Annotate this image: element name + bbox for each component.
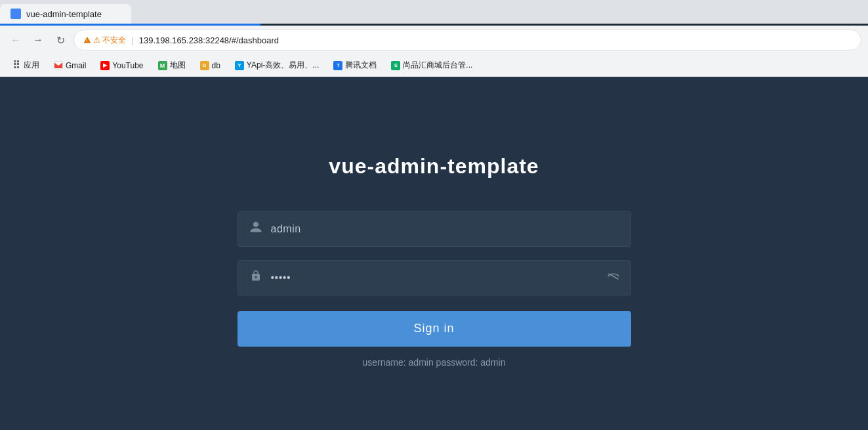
back-button[interactable]: ← — [7, 31, 25, 49]
bookmark-db[interactable]: D db — [195, 59, 226, 72]
tencent-icon: T — [333, 61, 342, 70]
bookmark-tencent[interactable]: T 腾讯文档 — [328, 58, 382, 73]
apps-icon: ⠿ — [12, 61, 21, 70]
app-body: vue-admin-template — [0, 77, 868, 430]
bookmark-youtube[interactable]: ▶ YouTube — [95, 59, 148, 72]
toggle-password-icon[interactable] — [607, 272, 620, 284]
bookmark-yapi[interactable]: Y YApi-高效、易用、... — [230, 58, 324, 73]
db-icon: D — [200, 61, 209, 70]
security-label: ⚠ 不安全 — [93, 35, 126, 46]
maps-icon: M — [158, 61, 167, 70]
sign-in-button[interactable]: Sign in — [238, 311, 631, 347]
bookmark-youtube-label: YouTube — [112, 61, 143, 70]
password-input[interactable] — [271, 272, 599, 284]
tab-title: vue-admin-template — [26, 9, 102, 19]
bookmark-gmail-label: Gmail — [66, 61, 86, 70]
url-text: 139.198.165.238:32248/#/dashboard — [139, 35, 279, 45]
address-separator: | — [131, 35, 133, 45]
bookmark-tencent-label: 腾讯文档 — [345, 60, 377, 71]
login-form: Sign in — [238, 211, 631, 347]
tab-bar: vue-admin-template — [0, 0, 868, 24]
refresh-button[interactable]: ↻ — [51, 31, 70, 49]
app-title: vue-admin-template — [329, 154, 539, 179]
yapi-icon: Y — [235, 61, 244, 70]
gmail-icon — [54, 61, 63, 70]
tab-favicon — [10, 9, 21, 19]
bookmark-shangpin[interactable]: S 尚品汇商城后台管... — [386, 58, 478, 73]
address-bar[interactable]: ⚠ 不安全 | 139.198.165.238:32248/#/dashboar… — [73, 30, 861, 51]
security-warning: ⚠ 不安全 — [83, 35, 126, 46]
bookmark-yapi-label: YApi-高效、易用、... — [247, 60, 319, 71]
bookmark-maps[interactable]: M 地图 — [153, 58, 191, 73]
bookmarks-bar: ⠿ 应用 Gmail ▶ YouTube M 地图 D db Y YApi-高效… — [0, 54, 868, 77]
bookmark-gmail[interactable]: Gmail — [49, 59, 91, 72]
active-tab[interactable]: vue-admin-template — [0, 4, 131, 24]
login-container: vue-admin-template — [238, 154, 631, 368]
hint-text: username: admin password: admin — [363, 357, 506, 368]
shangpin-icon: S — [391, 61, 400, 70]
browser-chrome: vue-admin-template ← → ↻ ⚠ 不安全 | 139.198… — [0, 0, 868, 77]
username-input-group — [238, 211, 631, 247]
bookmark-db-label: db — [212, 61, 220, 70]
password-input-group — [238, 260, 631, 295]
bookmark-maps-label: 地图 — [170, 60, 186, 71]
lock-icon — [249, 270, 263, 285]
nav-bar: ← → ↻ ⚠ 不安全 | 139.198.165.238:32248/#/da… — [0, 26, 868, 54]
youtube-icon: ▶ — [100, 61, 110, 70]
forward-button[interactable]: → — [29, 31, 47, 49]
bookmark-shangpin-label: 尚品汇商城后台管... — [403, 60, 472, 71]
person-icon — [249, 221, 263, 237]
username-input[interactable] — [271, 223, 620, 235]
bookmark-apps-label: 应用 — [24, 60, 39, 71]
bookmark-apps[interactable]: ⠿ 应用 — [7, 58, 45, 73]
